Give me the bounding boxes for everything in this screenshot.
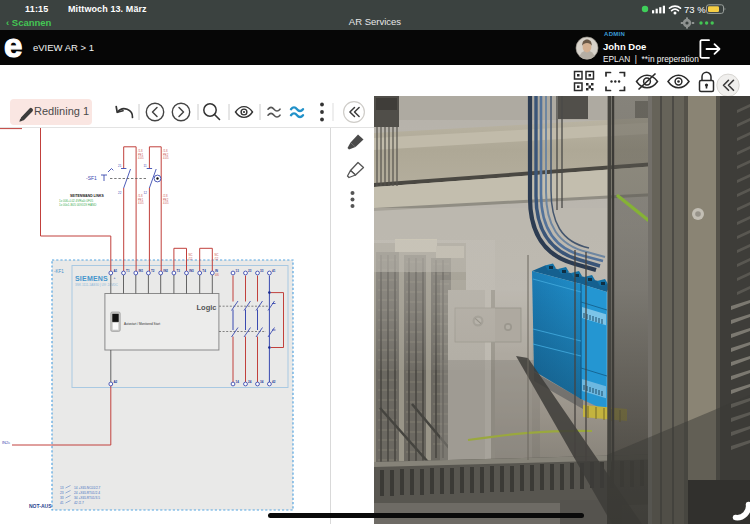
svg-text:42: 42 bbox=[272, 380, 276, 384]
svg-text:A1: A1 bbox=[113, 269, 117, 273]
svg-text:41: 41 bbox=[272, 269, 276, 273]
svg-text:4.05: 4.05 bbox=[138, 201, 144, 205]
svg-text:/12: /12 bbox=[215, 257, 219, 261]
svg-text:14 +X65.NC01/2.7: 14 +X65.NC01/2.7 bbox=[74, 486, 101, 490]
svg-text:IN2c: IN2c bbox=[2, 440, 10, 445]
svg-text:22: 22 bbox=[118, 191, 122, 195]
svg-text:13: 13 bbox=[60, 486, 64, 490]
svg-text:34: 34 bbox=[260, 380, 264, 384]
svg-text:SEITENWAND LINKS: SEITENWAND LINKS bbox=[70, 194, 104, 198]
svg-text:4/6: 4/6 bbox=[215, 273, 219, 277]
svg-text:A2: A2 bbox=[113, 380, 117, 384]
svg-text:4.05: 4.05 bbox=[163, 156, 169, 160]
svg-text:/12: /12 bbox=[189, 257, 193, 261]
svg-text:IN1: IN1 bbox=[138, 269, 143, 273]
svg-text:23: 23 bbox=[248, 269, 252, 273]
svg-text:Autostart / Monitored Start: Autostart / Monitored Start bbox=[124, 322, 160, 326]
svg-text:34 +X65.RT01/3.5: 34 +X65.RT01/3.5 bbox=[74, 496, 100, 500]
svg-text:24 +X65.RT01/2.4: 24 +X65.RT01/2.4 bbox=[74, 491, 100, 495]
svg-text:T4: T4 bbox=[202, 269, 206, 273]
svg-text:33: 33 bbox=[260, 269, 264, 273]
svg-text:13: 13 bbox=[236, 269, 240, 273]
svg-text:4.05: 4.05 bbox=[138, 156, 144, 160]
svg-text:+: + bbox=[113, 276, 115, 280]
svg-text:SIEMENS: SIEMENS bbox=[75, 275, 108, 282]
svg-text:IN3: IN3 bbox=[189, 269, 194, 273]
svg-text:-KF1: -KF1 bbox=[54, 269, 64, 274]
svg-text:12: 12 bbox=[144, 191, 148, 195]
svg-text:NOT-AUS: NOT-AUS bbox=[29, 503, 52, 509]
svg-text:41: 41 bbox=[60, 501, 64, 505]
svg-text:T2: T2 bbox=[151, 269, 155, 273]
svg-text:42 /2.7: 42 /2.7 bbox=[74, 501, 84, 505]
svg-text:3SK 1111-1AB30 | UV: 24VDC: 3SK 1111-1AB30 | UV: 24VDC bbox=[75, 283, 119, 287]
svg-text:-SF1: -SF1 bbox=[86, 175, 97, 181]
svg-text:14: 14 bbox=[236, 380, 240, 384]
svg-text:T1: T1 bbox=[126, 269, 130, 273]
svg-text:23: 23 bbox=[60, 491, 64, 495]
svg-text:73 %: 73 % bbox=[684, 4, 706, 15]
svg-text:IN2: IN2 bbox=[163, 269, 168, 273]
svg-text:1x 00x1-B05 00V019 HAND: 1x 00x1-B05 00V019 HAND bbox=[59, 203, 97, 207]
svg-text:T3: T3 bbox=[177, 269, 181, 273]
svg-text:24: 24 bbox=[248, 380, 252, 384]
svg-text:21: 21 bbox=[118, 164, 122, 168]
svg-text:11: 11 bbox=[144, 164, 147, 168]
svg-text:Logic: Logic bbox=[197, 303, 217, 312]
svg-text:4.05: 4.05 bbox=[163, 201, 169, 205]
svg-text:33: 33 bbox=[60, 496, 64, 500]
